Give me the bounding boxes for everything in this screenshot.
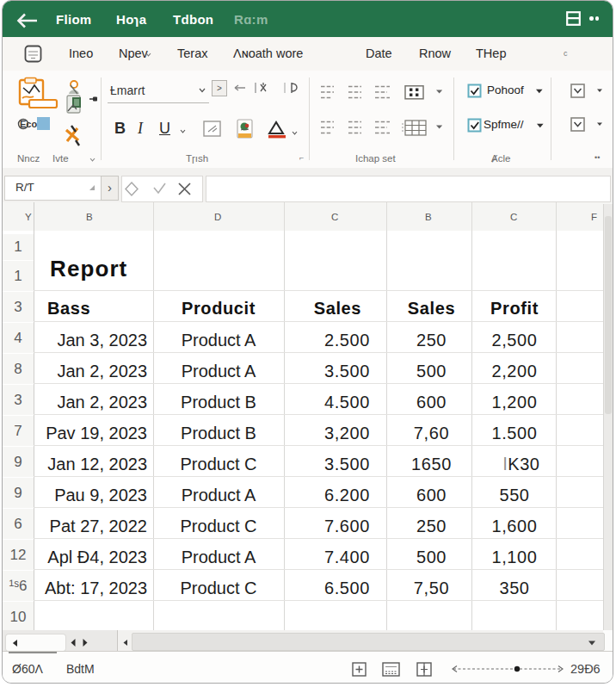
svg-text:Eco: Eco: [20, 119, 37, 129]
